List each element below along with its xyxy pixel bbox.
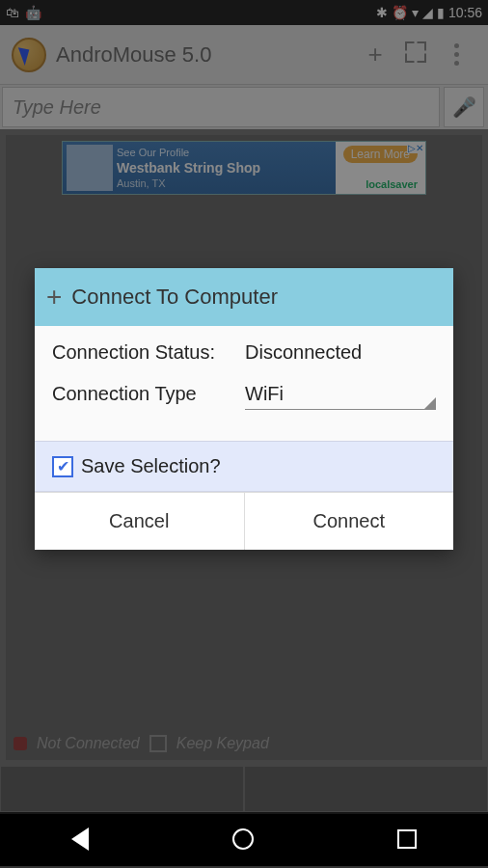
status-label: Connection Status:	[52, 341, 245, 364]
status-value: Disconnected	[245, 341, 436, 364]
save-selection-row[interactable]: ✔ Save Selection?	[35, 441, 453, 492]
type-spinner[interactable]: WiFi	[245, 383, 436, 410]
android-nav-bar	[0, 812, 488, 866]
type-row: Connection Type WiFi	[52, 383, 436, 410]
save-checkbox[interactable]: ✔	[52, 456, 73, 477]
connect-dialog: + Connect To Computer Connection Status:…	[35, 268, 453, 550]
cancel-button[interactable]: Cancel	[35, 493, 244, 550]
nav-recent-button[interactable]	[397, 829, 417, 849]
save-label: Save Selection?	[81, 455, 221, 477]
connect-button[interactable]: Connect	[244, 493, 454, 550]
type-label: Connection Type	[52, 383, 245, 410]
dialog-title: Connect To Computer	[71, 285, 278, 310]
status-row: Connection Status: Disconnected	[52, 341, 436, 364]
nav-home-button[interactable]	[232, 828, 254, 850]
dialog-body: Connection Status: Disconnected Connecti…	[35, 326, 453, 441]
nav-back-button[interactable]	[71, 827, 89, 851]
dialog-title-bar: + Connect To Computer	[35, 268, 453, 326]
plus-icon: +	[46, 282, 62, 312]
dialog-buttons: Cancel Connect	[35, 492, 453, 550]
